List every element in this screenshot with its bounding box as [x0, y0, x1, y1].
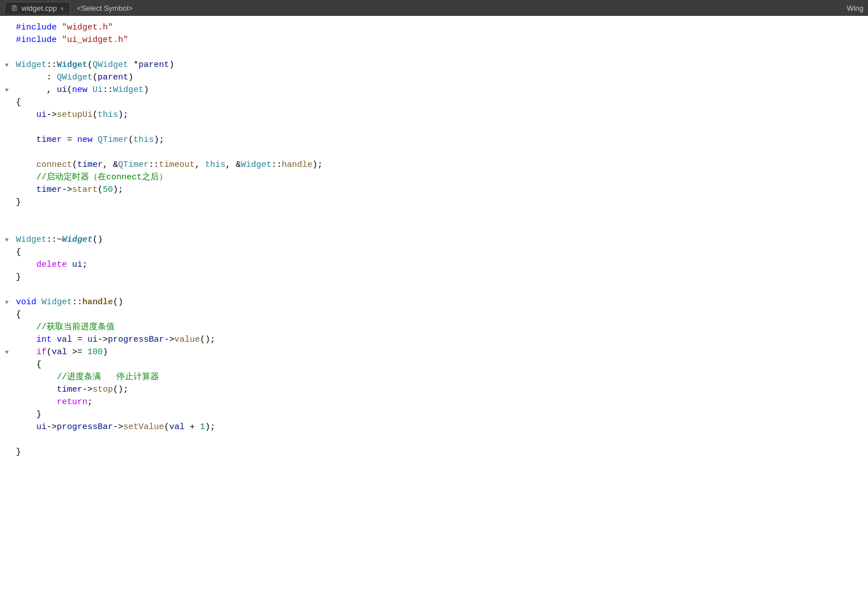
line-content: //获取当前进度条值: [11, 321, 868, 334]
code-line: ▼ , ui(new Ui::Widget): [0, 84, 868, 96]
code-token: 100: [87, 347, 103, 357]
code-token: =: [62, 135, 77, 145]
code-token: ::~: [47, 235, 62, 245]
close-icon[interactable]: ×: [60, 5, 64, 12]
code-line: int val = ui->progressBar->value();: [0, 334, 868, 346]
code-token: connect: [36, 160, 72, 170]
file-icon: 🖹: [11, 4, 18, 12]
code-token: QTimer: [118, 160, 149, 170]
line-content: }: [11, 446, 868, 459]
fold-indicator[interactable]: ▼: [2, 296, 11, 309]
code-token: int: [36, 335, 52, 345]
code-line: {: [0, 96, 868, 109]
code-area[interactable]: #include "widget.h"#include "ui_widget.h…: [0, 16, 868, 613]
code-token: Widget: [16, 235, 47, 245]
code-token: timer: [57, 385, 82, 394]
fold-indicator[interactable]: ▼: [2, 346, 11, 359]
line-content: [11, 146, 868, 159]
code-token: ->: [164, 335, 174, 345]
code-token: {: [16, 247, 21, 257]
code-token: progressBar: [108, 335, 164, 345]
code-line: [0, 146, 868, 159]
code-token: }: [16, 272, 21, 282]
code-token: [16, 422, 36, 432]
code-line: ▼void Widget::handle(): [0, 296, 868, 309]
line-content: [11, 434, 868, 446]
code-token: "ui_widget.h": [62, 35, 128, 45]
code-token: ->: [47, 110, 57, 120]
code-token: , &: [225, 160, 241, 170]
code-token: , &: [103, 160, 118, 170]
code-line: ▼Widget::~Widget(): [0, 234, 868, 246]
code-token: val: [169, 422, 184, 432]
line-content: timer->stop();: [11, 384, 868, 396]
code-token: ();: [200, 335, 215, 345]
code-token: ): [144, 85, 149, 95]
code-line: [0, 121, 868, 134]
code-line: }: [0, 409, 868, 421]
code-token: Widget: [41, 297, 72, 307]
code-token: }: [16, 447, 21, 457]
code-token: (: [164, 422, 169, 432]
line-content: {: [11, 309, 868, 321]
line-content: {: [11, 359, 868, 371]
code-token: [57, 23, 62, 32]
code-token: );: [154, 135, 164, 145]
code-token: (: [93, 110, 98, 120]
code-line: {: [0, 309, 868, 321]
code-token: QTimer: [98, 135, 128, 145]
line-content: Widget::Widget(QWidget *parent): [11, 59, 868, 72]
code-token: ->: [98, 335, 108, 345]
code-token: Widget: [241, 160, 271, 170]
fold-indicator[interactable]: ▼: [2, 59, 11, 72]
code-token: setupUi: [57, 110, 93, 120]
code-token: }: [16, 410, 41, 419]
code-token: val: [52, 347, 67, 357]
code-token: ::: [72, 297, 82, 307]
code-token: );: [118, 110, 128, 120]
tab-widget-cpp[interactable]: 🖹 widget.cpp ×: [5, 2, 70, 14]
code-line: }: [0, 446, 868, 459]
title-bar: 🖹 widget.cpp × <Select Symbol> Wing: [0, 0, 868, 16]
line-content: }: [11, 196, 868, 209]
code-line: }: [0, 271, 868, 284]
code-token: ->: [113, 422, 123, 432]
code-token: (: [128, 135, 133, 145]
line-content: return;: [11, 396, 868, 409]
code-token: handle: [282, 160, 312, 170]
code-line: ▼ if(val >= 100): [0, 346, 868, 359]
code-token: ();: [113, 385, 128, 394]
code-token: #include: [16, 35, 57, 45]
line-content: if(val >= 100): [11, 346, 868, 359]
code-token: [16, 335, 36, 345]
code-token: [16, 397, 57, 407]
code-token: );: [312, 160, 322, 170]
code-token: +: [184, 422, 200, 432]
code-token: ::: [47, 60, 57, 70]
code-token: [16, 110, 36, 120]
code-line: [0, 434, 868, 446]
code-token: {: [16, 310, 21, 320]
code-token: [52, 335, 57, 345]
code-token: timer: [77, 160, 103, 170]
line-content: [11, 47, 868, 59]
code-line: [0, 209, 868, 221]
code-token: ui: [36, 422, 47, 432]
line-content: : QWidget(parent): [11, 72, 868, 84]
fold-indicator[interactable]: ▼: [2, 84, 11, 96]
code-token: 1: [200, 422, 205, 432]
line-content: #include "widget.h": [11, 22, 868, 34]
code-token: if: [36, 347, 47, 357]
fold-indicator[interactable]: ▼: [2, 234, 11, 246]
window-label: Wing: [846, 4, 863, 12]
code-token: [16, 385, 57, 394]
line-content: //启动定时器（在connect之后）: [11, 171, 868, 184]
code-token: [16, 347, 36, 357]
code-line: ui->setupUi(this);: [0, 109, 868, 121]
code-token: return: [57, 397, 87, 407]
tab-select-symbol[interactable]: <Select Symbol>: [72, 2, 139, 14]
code-token: this: [133, 135, 154, 145]
code-line: return;: [0, 396, 868, 409]
code-token: =: [72, 335, 87, 345]
code-token: [87, 85, 93, 95]
